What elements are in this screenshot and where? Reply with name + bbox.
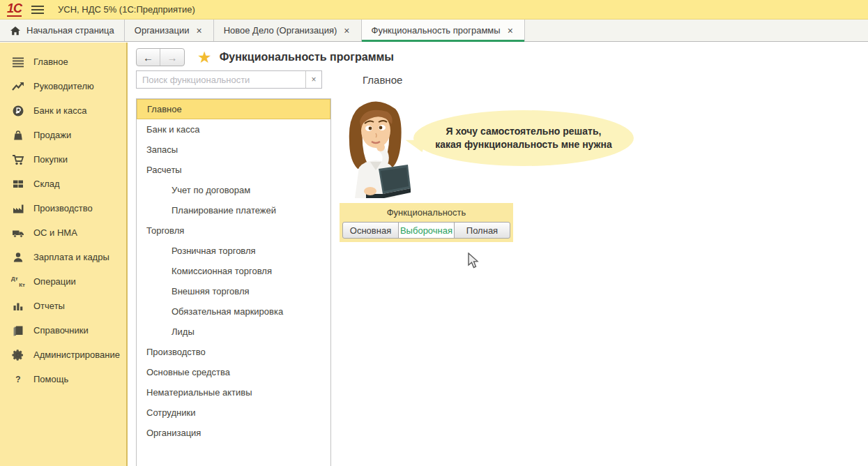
sidebar-nav: Главное Руководителю Банк и касса Продаж… — [0, 43, 128, 466]
list-item-glavnoe[interactable]: Главное — [137, 99, 330, 119]
list-item-markirovka[interactable]: Обязательная маркировка — [137, 301, 330, 322]
tab-label: Организации — [135, 25, 190, 36]
menu-lines-icon — [11, 55, 25, 69]
section-heading: Главное — [363, 74, 402, 86]
sidebar-item-label: Склад — [33, 179, 60, 189]
list-item-sotrudniki[interactable]: Сотрудники — [137, 403, 330, 423]
sidebar-item-label: Производство — [33, 203, 93, 213]
sidebar-item-label: Главное — [33, 57, 68, 67]
debit-credit-icon: ДтКт — [11, 275, 25, 289]
list-item-vneshnyaya[interactable]: Внешняя торговля — [137, 281, 330, 301]
list-item-proizvodstvo[interactable]: Производство — [137, 342, 330, 362]
option-osnovnaya-button[interactable]: Основная — [342, 222, 399, 239]
sidebar-item-label: Зарплата и кадры — [33, 252, 109, 262]
trend-arrow-icon — [11, 80, 25, 93]
functionality-section-list: Главное Банк и касса Запасы Расчеты Учет… — [136, 98, 331, 466]
sidebar-item-label: Покупки — [33, 154, 68, 165]
list-item-uchet-po-dogovoram[interactable]: Учет по договорам — [137, 180, 330, 200]
sidebar-item-spravochniki[interactable]: Справочники — [0, 318, 126, 343]
list-item-zapasy[interactable]: Запасы — [137, 140, 330, 160]
search-input[interactable] — [137, 71, 305, 88]
sidebar-item-rukovoditelyu[interactable]: Руководителю — [0, 74, 126, 98]
list-item-roznichnaya[interactable]: Розничная торговля — [137, 241, 330, 261]
sidebar-item-label: Продажи — [33, 130, 71, 140]
warehouse-grid-icon — [11, 177, 25, 191]
list-item-raschety[interactable]: Расчеты — [137, 160, 330, 180]
sidebar-item-prodazhi[interactable]: Продажи — [0, 123, 126, 147]
forward-button[interactable]: → — [160, 49, 184, 66]
assistant-character-image — [338, 100, 415, 202]
bubble-text-line2: какая функциональность мне нужна — [435, 138, 612, 151]
main-content: ← → ★ Функциональность программы × Главн… — [129, 43, 868, 466]
search-clear-icon[interactable]: × — [305, 71, 321, 88]
list-item-planirovanie-platezhey[interactable]: Планирование платежей — [137, 200, 330, 220]
books-icon — [11, 324, 25, 338]
factory-icon — [11, 202, 25, 216]
favorite-star-icon[interactable]: ★ — [197, 50, 212, 66]
list-item-bank-kassa[interactable]: Банк и касса — [137, 119, 330, 140]
back-button[interactable]: ← — [137, 49, 160, 66]
functionality-selector: Функциональность Основная Выборочная Пол… — [340, 203, 513, 242]
ruble-circle-icon — [11, 104, 25, 118]
search-box: × — [136, 70, 322, 89]
1c-logo-icon: 1С — [7, 2, 22, 17]
list-item-komissionnaya[interactable]: Комиссионная торговля — [137, 261, 330, 281]
tab-new-org[interactable]: Новое Дело (Организация) × — [214, 20, 362, 41]
window-title: УСН, НДС 5% (1С:Предприятие) — [58, 4, 195, 15]
sidebar-item-proizvodstvo[interactable]: Производство — [0, 196, 126, 220]
gear-icon — [11, 348, 25, 362]
option-vyborochnaya-button[interactable]: Выборочная — [398, 222, 455, 239]
window-titlebar: 1С УСН, НДС 5% (1С:Предприятие) — [0, 0, 868, 20]
cart-icon — [11, 153, 25, 167]
home-icon — [10, 26, 21, 36]
sidebar-item-label: Банк и касса — [33, 105, 87, 116]
tab-organizations[interactable]: Организации × — [125, 20, 214, 41]
person-icon — [11, 250, 25, 264]
page-title: Функциональность программы — [220, 51, 394, 63]
list-item-organizaciya[interactable]: Организация — [137, 423, 330, 443]
tab-bar: Начальная страница Организации × Новое Д… — [0, 20, 868, 42]
tab-close-icon[interactable]: × — [342, 25, 351, 36]
list-item-torgovlya[interactable]: Торговля — [137, 220, 330, 241]
list-item-osnovnye-sredstva[interactable]: Основные средства — [137, 362, 330, 382]
functionality-label: Функциональность — [342, 207, 510, 218]
sidebar-item-glavnoe[interactable]: Главное — [0, 50, 126, 74]
question-icon: ? — [11, 373, 25, 386]
sidebar-item-zarplata[interactable]: Зарплата и кадры — [0, 245, 126, 269]
sidebar-item-bank-kassa[interactable]: Банк и касса — [0, 98, 126, 123]
functionality-options: Основная Выборочная Полная — [342, 222, 510, 239]
speech-bubble: Я хочу самостоятельно решать, какая функ… — [413, 110, 634, 166]
main-menu-icon[interactable] — [31, 6, 44, 14]
sidebar-item-pomosch[interactable]: ? Помощь — [0, 367, 126, 391]
tab-home[interactable]: Начальная страница — [0, 20, 125, 41]
sidebar-item-label: Помощь — [33, 374, 68, 384]
sidebar-item-operacii[interactable]: ДтКт Операции — [0, 269, 126, 294]
option-polnaya-button[interactable]: Полная — [454, 222, 510, 239]
tab-label: Новое Дело (Организация) — [224, 25, 337, 36]
sidebar-item-label: Руководителю — [33, 81, 94, 91]
sidebar-item-label: Отчеты — [33, 301, 65, 311]
sidebar-item-administrirovanie[interactable]: Администрирование — [0, 343, 126, 367]
sidebar-item-pokupki[interactable]: Покупки — [0, 147, 126, 172]
sidebar-item-label: ОС и НМА — [33, 227, 77, 238]
shopping-bag-icon — [11, 128, 25, 142]
sidebar-item-label: Операции — [33, 276, 76, 287]
list-item-lidy[interactable]: Лиды — [137, 322, 330, 342]
truck-icon — [11, 226, 25, 240]
tab-functionality[interactable]: Функциональность программы × — [362, 20, 525, 41]
tab-close-icon[interactable]: × — [195, 25, 203, 36]
sidebar-item-label: Справочники — [33, 325, 89, 336]
tab-close-icon[interactable]: × — [506, 25, 515, 36]
page-nav-row: ← → ★ Функциональность программы — [136, 48, 394, 66]
sidebar-item-label: Администрирование — [33, 350, 120, 360]
tab-label: Начальная страница — [26, 25, 114, 36]
bubble-text-line1: Я хочу самостоятельно решать, — [446, 125, 602, 138]
bar-chart-icon — [11, 299, 25, 313]
sidebar-item-os-nma[interactable]: ОС и НМА — [0, 220, 126, 245]
tab-label: Функциональность программы — [372, 25, 501, 36]
sidebar-item-otchety[interactable]: Отчеты — [0, 294, 126, 318]
list-item-nematerialnye-aktivy[interactable]: Нематериальные активы — [137, 382, 330, 403]
sidebar-item-sklad[interactable]: Склад — [0, 172, 126, 196]
